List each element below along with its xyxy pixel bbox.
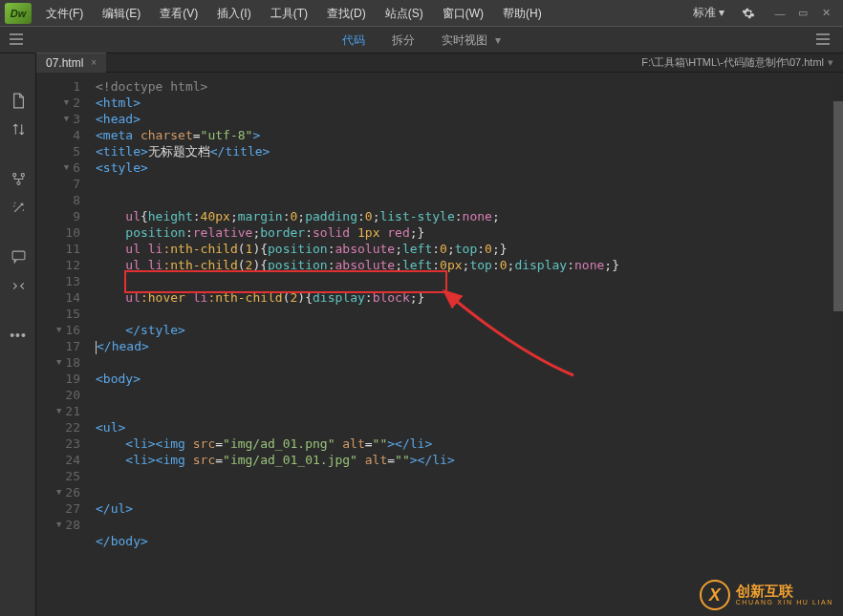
main-menu: 文件(F) 编辑(E) 查看(V) 插入(I) 工具(T) 查找(D) 站点(S…: [36, 0, 551, 27]
menu-find[interactable]: 查找(D): [317, 0, 376, 27]
panel-menu-icon[interactable]: [816, 33, 833, 47]
window-minimize-button[interactable]: —: [768, 4, 791, 23]
menu-view[interactable]: 查看(V): [150, 0, 207, 27]
layout-menu-icon[interactable]: [10, 33, 27, 47]
left-sidebar: •••: [0, 53, 36, 616]
scrollbar-thumb[interactable]: [833, 101, 843, 311]
workspace-dropdown[interactable]: 标准 ▾: [685, 3, 732, 23]
menu-tools[interactable]: 工具(T): [261, 0, 317, 27]
line-gutter: 1▼2▼345▼6789101112131415▼1617▼181920▼212…: [36, 73, 90, 616]
file-icon[interactable]: [0, 86, 36, 115]
menu-file[interactable]: 文件(F): [36, 0, 93, 27]
hierarchy-icon[interactable]: [0, 164, 36, 193]
diff-icon[interactable]: [0, 115, 36, 143]
menu-help[interactable]: 帮助(H): [493, 0, 551, 27]
view-code-tab[interactable]: 代码: [329, 27, 378, 53]
collapse-icon[interactable]: [0, 271, 36, 300]
chevron-down-icon: ▾: [487, 33, 500, 47]
title-bar: Dw 文件(F) 编辑(E) 查看(V) 插入(I) 工具(T) 查找(D) 站…: [0, 0, 843, 27]
view-split-tab[interactable]: 拆分: [378, 27, 428, 53]
window-close-button[interactable]: ✕: [814, 4, 837, 23]
breadcrumb: F:\工具箱\HTML\-代码随意制作\07.html▾: [641, 55, 843, 70]
view-bar: 代码 拆分 实时视图 ▾: [0, 27, 843, 53]
svg-rect-3: [12, 251, 25, 260]
code-editor[interactable]: 1▼2▼345▼6789101112131415▼1617▼181920▼212…: [36, 73, 843, 616]
close-icon[interactable]: ×: [91, 53, 97, 73]
tab-bar: 07.html × F:\工具箱\HTML\-代码随意制作\07.html▾: [36, 53, 843, 73]
svg-point-2: [16, 181, 19, 184]
view-live-tab[interactable]: 实时视图 ▾: [428, 27, 513, 53]
window-maximize-button[interactable]: ▭: [791, 4, 814, 23]
menu-site[interactable]: 站点(S): [376, 0, 433, 27]
menu-edit[interactable]: 编辑(E): [93, 0, 150, 27]
more-icon[interactable]: •••: [0, 321, 36, 350]
code-content[interactable]: <!doctype html><html><head><meta charset…: [90, 73, 843, 616]
file-tab[interactable]: 07.html ×: [36, 53, 106, 73]
comment-icon[interactable]: [0, 243, 36, 271]
chevron-down-icon[interactable]: ▾: [824, 56, 833, 68]
wand-icon[interactable]: [0, 193, 36, 222]
menu-insert[interactable]: 插入(I): [207, 0, 260, 27]
svg-point-0: [12, 173, 15, 176]
gear-icon[interactable]: [742, 7, 755, 20]
app-logo: Dw: [5, 3, 32, 24]
svg-point-1: [21, 173, 24, 176]
vertical-scrollbar[interactable]: [833, 73, 843, 616]
tab-label: 07.html: [46, 53, 83, 73]
menu-window[interactable]: 窗口(W): [433, 0, 493, 27]
